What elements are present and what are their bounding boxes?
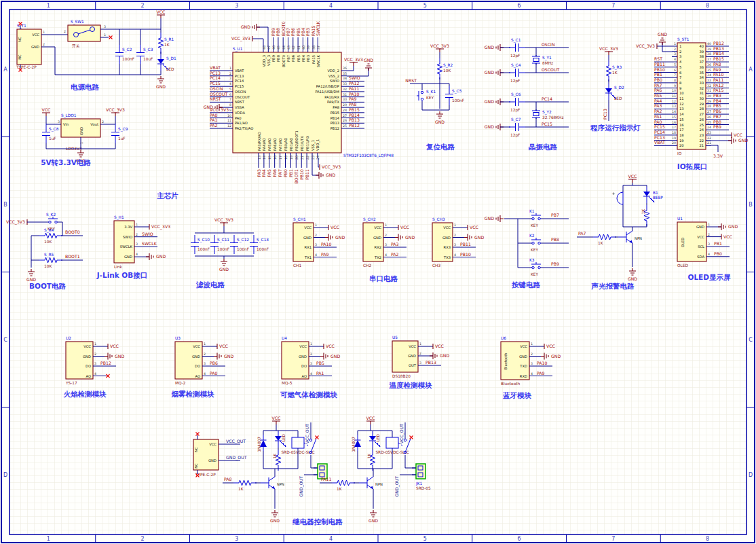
svg-text:PC14: PC14 — [235, 79, 244, 83]
svg-text:PA1: PA1 — [654, 114, 662, 119]
svg-text:VCC_3V3: VCC_3V3 — [344, 57, 363, 62]
net-label-PB7[interactable]: PB7 — [551, 213, 559, 217]
net-label-PC14[interactable]: PC14 — [542, 96, 552, 101]
svg-text:28: 28 — [707, 105, 711, 108]
net-label-PA11[interactable]: PA11 — [321, 477, 332, 482]
svg-text:33: 33 — [699, 81, 704, 85]
svg-text:3.3V: 3.3V — [713, 153, 723, 158]
svg-text:PB10: PB10 — [460, 252, 471, 257]
svg-text:20: 20 — [295, 156, 299, 160]
svg-text:VCC: VCC — [697, 235, 704, 239]
svg-text:PB5: PB5 — [296, 28, 301, 36]
svg-text:41: 41 — [297, 46, 301, 50]
svg-text:18: 18 — [679, 133, 684, 137]
svg-text:PB6: PB6 — [210, 361, 218, 365]
svg-text:8: 8 — [706, 536, 709, 542]
text-label[interactable]: 3 — [104, 25, 106, 29]
svg-text:DO: DO — [301, 364, 307, 368]
svg-text:PC15: PC15 — [654, 124, 665, 129]
net-label-BOOT1[interactable]: BOOT1 — [65, 254, 80, 259]
svg-text:SWIO: SWIO — [349, 75, 360, 80]
svg-text:VCC: VCC — [435, 344, 444, 348]
svg-text:PB6: PB6 — [290, 28, 295, 36]
svg-text:VCC: VCC — [628, 174, 637, 179]
svg-text:20: 20 — [672, 141, 676, 145]
svg-text:1K: 1K — [367, 454, 371, 459]
svg-text:1: 1 — [674, 42, 676, 46]
svg-text:VCC_OUT: VCC_OUT — [226, 439, 246, 444]
svg-text:5V转3.3V电路: 5V转3.3V电路 — [41, 158, 91, 166]
schematic-canvas[interactable]: 1234567812345678ABCDABCDS_T1TYPE-C-2PNCN… — [0, 0, 756, 544]
svg-text:37: 37 — [707, 58, 711, 61]
svg-text:PA3: PA3 — [654, 103, 662, 108]
svg-text:PA9: PA9 — [713, 67, 721, 72]
svg-text:VCC_OUT: VCC_OUT — [399, 424, 404, 443]
svg-text:OSCIN: OSCIN — [542, 42, 555, 47]
svg-text:PB9: PB9 — [271, 55, 276, 62]
svg-text:VCC: VCC — [299, 344, 307, 348]
svg-text:GND: GND — [440, 353, 449, 358]
svg-text:VCC: VCC — [734, 132, 742, 137]
net-label-VCC[interactable]: VCC — [734, 132, 742, 137]
svg-text:VCC: VCC — [209, 442, 216, 446]
svg-text:22: 22 — [699, 139, 704, 143]
svg-text:10K: 10K — [443, 69, 451, 73]
net-label-VCC_3V3[interactable]: VCC_3V3 — [322, 164, 341, 170]
svg-text:2: 2 — [136, 233, 138, 236]
net-label-VCC_3V3[interactable]: VCC_3V3 — [231, 36, 250, 41]
net-label-PC15[interactable]: PC15 — [542, 122, 552, 126]
svg-text:4: 4 — [315, 253, 317, 257]
text-label[interactable]: BEEP — [653, 196, 663, 200]
text-label[interactable]: JK1 — [415, 482, 423, 486]
net-label-GND_OUT[interactable]: GND_OUT — [299, 476, 304, 497]
svg-text:32: 32 — [343, 88, 347, 91]
net-label-OSCOUT[interactable]: OSCOUT — [542, 67, 560, 72]
net-label-OSCIN[interactable]: OSCIN — [542, 42, 555, 47]
svg-text:40: 40 — [699, 44, 704, 48]
svg-text:U6: U6 — [501, 336, 506, 340]
svg-text:OUT: OUT — [409, 363, 417, 367]
net-label-VCC_OUT[interactable]: VCC_OUT — [305, 424, 310, 443]
svg-text:S_T1: S_T1 — [17, 24, 26, 29]
text-label[interactable]: B1 — [653, 191, 658, 195]
svg-text:6: 6 — [518, 3, 521, 9]
svg-text:3: 3 — [310, 362, 312, 365]
svg-text:5: 5 — [423, 3, 427, 9]
net-label-BOOT0[interactable]: BOOT0 — [65, 230, 80, 234]
svg-text:Vout: Vout — [90, 122, 98, 126]
svg-text:9: 9 — [679, 86, 681, 90]
net-label-PB8[interactable]: PB8 — [551, 237, 559, 242]
net-label-GND_OUT[interactable]: GND_OUT — [394, 476, 400, 497]
svg-text:PA0: PA0 — [235, 116, 242, 120]
svg-text:S_C13: S_C13 — [257, 238, 269, 242]
svg-text:LED: LED — [376, 433, 380, 441]
net-label-VCC_OUT[interactable]: VCC_OUT — [399, 424, 404, 443]
svg-text:MQ-2: MQ-2 — [175, 381, 186, 385]
svg-text:12pF: 12pF — [510, 108, 520, 113]
net-label-PA8[interactable]: PA8 — [224, 477, 232, 482]
svg-text:SWIO: SWIO — [142, 232, 153, 236]
section-title: 可燃气体检测模块 — [280, 391, 338, 399]
net-label-NRST[interactable]: NRST — [405, 78, 417, 83]
svg-text:GND: GND — [270, 518, 280, 523]
net-label-VCC_3V3[interactable]: VCC_3V3 — [636, 43, 655, 49]
net-label-PA7[interactable]: PA7 — [578, 231, 586, 236]
svg-text:1: 1 — [229, 67, 231, 70]
svg-text:4: 4 — [329, 3, 333, 9]
net-label-PB9[interactable]: PB9 — [551, 261, 559, 266]
text-label[interactable]: 2 — [64, 30, 66, 33]
svg-text:4: 4 — [531, 372, 533, 376]
svg-text:5: 5 — [229, 88, 231, 91]
net-label-PC13[interactable]: PC13 — [603, 109, 607, 120]
svg-text:9: 9 — [229, 109, 231, 112]
svg-text:100nF: 100nF — [237, 247, 249, 251]
svg-text:VCC: VCC — [110, 344, 119, 348]
svg-text:U1: U1 — [677, 217, 683, 221]
net-label-VCC_3V3[interactable]: VCC_3V3 — [6, 219, 25, 225]
svg-text:GND: GND — [156, 254, 166, 259]
svg-text:PA0: PA0 — [210, 113, 218, 117]
svg-text:25: 25 — [699, 123, 704, 127]
text-label[interactable]: SRD-05 — [416, 486, 431, 490]
net-label-3.3V[interactable]: 3.3V — [713, 153, 723, 158]
text-label[interactable]: 1 — [104, 33, 106, 37]
